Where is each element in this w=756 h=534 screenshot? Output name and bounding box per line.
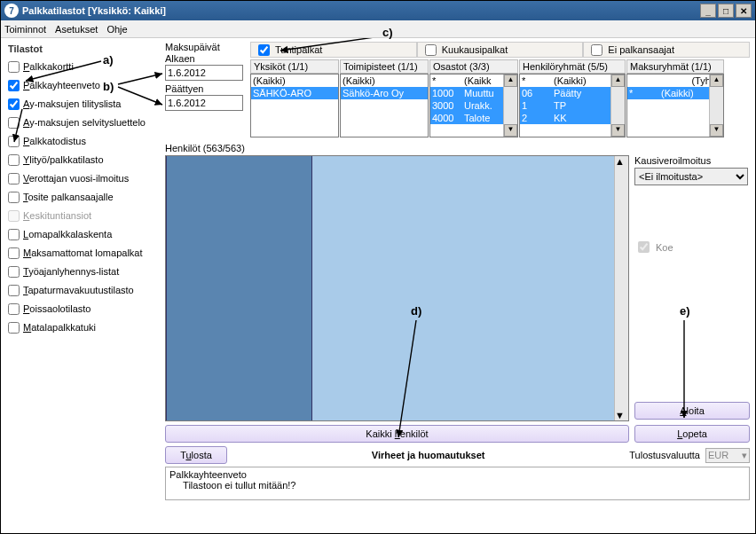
sidebar-label-0: Palkkakortti (23, 61, 74, 73)
sidebar-item-14[interactable]: Matalapalkkatuki (8, 322, 158, 334)
paattyen-input[interactable] (165, 95, 243, 111)
lopeta-button[interactable]: Lopeta (634, 425, 750, 443)
minimize-button[interactable]: _ (700, 4, 716, 18)
sidebar-item-10[interactable]: Maksamattomat lomapalkat (8, 247, 158, 259)
filter-toimipisteet[interactable]: Toimipisteet (1/1) (Kaikki) Sähkö-Aro Oy (340, 59, 429, 137)
koe-checkbox (638, 241, 650, 253)
henkilot-canvas[interactable]: ▲ ▼ (165, 155, 629, 421)
alkaen-input[interactable] (165, 65, 243, 81)
sidebar-item-6[interactable]: Verottajan vuosi-ilmoitus (8, 173, 158, 185)
scroll-down-icon[interactable]: ▼ (710, 124, 723, 137)
sidebar-label-11: Työajanlyhennys-listat (23, 266, 119, 278)
sidebar-checkbox-12[interactable] (8, 285, 20, 296)
sidebar-checkbox-14[interactable] (8, 322, 20, 334)
sidebar-item-13[interactable]: Poissaolotilasto (8, 303, 158, 315)
scroll-up-icon[interactable]: ▲ (611, 75, 625, 87)
scroll-up-icon[interactable]: ▲ (710, 75, 723, 87)
chevron-down-icon: ▾ (742, 450, 747, 461)
sidebar-item-12[interactable]: Tapaturmavakuutustilasto (8, 285, 158, 296)
tuntipalkat-checkbox[interactable] (258, 44, 270, 56)
sidebar-checkbox-0[interactable] (8, 61, 20, 73)
sidebar-checkbox-3[interactable] (8, 117, 20, 129)
filter-kuukausipalkat[interactable]: Kuukausipalkat (417, 42, 584, 58)
tulostusvaluutta-label: Tulostusvaluutta (629, 450, 700, 460)
sidebar-label-12: Tapaturmavakuutustilasto (23, 285, 134, 296)
sidebar: Tilastot PalkkakorttiPalkkayhteenvetoAy-… (1, 38, 165, 533)
sidebar-item-9[interactable]: Lomapalkkalaskenta (8, 229, 158, 240)
menubar: Toiminnot Asetukset Ohje (1, 20, 755, 38)
sidebar-label-6: Verottajan vuosi-ilmoitus (23, 173, 129, 185)
sidebar-checkbox-10[interactable] (8, 247, 20, 259)
sidebar-label-14: Matalapalkkatuki (23, 322, 96, 334)
sidebar-item-0[interactable]: Palkkakortti (8, 61, 158, 73)
filter-maksuryhmat[interactable]: Maksuryhmät (1/1) (Tyhjä) *(Kaikki) ▲▼ (626, 59, 724, 137)
henkilot-title: Henkilöt (563/563) (165, 143, 629, 153)
selection-box (166, 156, 312, 421)
paattyen-label: Päättyen (165, 83, 245, 94)
errors-heading: Virheet ja huomautukset (232, 450, 624, 460)
maximize-button[interactable]: □ (718, 4, 734, 18)
scroll-up-icon[interactable]: ▲ (615, 156, 628, 167)
sidebar-checkbox-9[interactable] (8, 229, 20, 240)
app-icon: 7 (4, 4, 19, 18)
kausi-select[interactable]: <Ei ilmoitusta> (634, 168, 748, 185)
message-box: Palkkayhteenveto Tilastoon ei tullut mit… (165, 467, 750, 500)
sidebar-checkbox-6[interactable] (8, 173, 20, 185)
sidebar-checkbox-1[interactable] (8, 80, 20, 91)
kaikki-henkilot-button[interactable]: Kaikki henkilöt (165, 425, 629, 443)
sidebar-label-2: Ay-maksujen tilityslista (23, 98, 121, 110)
sidebar-item-1[interactable]: Palkkayhteenveto (8, 80, 158, 91)
alkaen-label: Alkaen (165, 53, 245, 64)
scroll-down-icon[interactable]: ▼ (504, 124, 517, 137)
filter-tuntipalkat[interactable]: Tuntipalkat (250, 42, 417, 58)
sidebar-item-4[interactable]: Palkkatodistus (8, 136, 158, 147)
currency-box[interactable]: EUR▾ (705, 448, 750, 463)
sidebar-label-5: Ylityö/palkkatilasto (23, 154, 104, 166)
filter-henkiloryhmat[interactable]: Henkilöryhmät (5/5) *(Kaikki) 06Päätty 1… (519, 59, 626, 137)
sidebar-label-4: Palkkatodistus (23, 136, 86, 147)
filter-osastot[interactable]: Osastot (3/3) *(Kaikk 1000Muuttu 3000Ura… (429, 59, 518, 137)
filter-ei-palkansaajat[interactable]: Ei palkansaajat (583, 42, 750, 58)
sidebar-checkbox-4[interactable] (8, 136, 20, 147)
window-title: Palkkatilastot [Yksikkö: Kaikki] (22, 5, 700, 16)
sidebar-label-13: Poissaolotilasto (23, 303, 91, 315)
tulosta-button[interactable]: Tulosta (165, 446, 227, 464)
menu-asetukset[interactable]: Asetukset (55, 24, 98, 35)
sidebar-label-7: Tosite palkansaajalle (23, 192, 114, 203)
scroll-up-icon[interactable]: ▲ (504, 75, 517, 87)
sidebar-checkbox-13[interactable] (8, 303, 20, 315)
sidebar-item-7[interactable]: Tosite palkansaajalle (8, 192, 158, 203)
scroll-down-icon[interactable]: ▼ (611, 124, 625, 137)
sidebar-item-5[interactable]: Ylityö/palkkatilasto (8, 154, 158, 166)
filter-yksikot[interactable]: Yksiköt (1/1) (Kaikki) SÄHKÖ-ARO (250, 59, 339, 137)
sidebar-item-2[interactable]: Ay-maksujen tilityslista (8, 98, 158, 110)
ei-palkansaajat-checkbox[interactable] (591, 44, 602, 56)
date-range: Maksupäivät Alkaen Päättyen (165, 42, 245, 137)
sidebar-label-9: Lomapalkkalaskenta (23, 229, 112, 240)
sidebar-checkbox-5[interactable] (8, 154, 20, 166)
sidebar-item-8[interactable]: Keskituntiansiot (8, 210, 158, 222)
sidebar-checkbox-2[interactable] (8, 98, 20, 110)
sidebar-checkbox-8 (8, 210, 20, 222)
sidebar-checkbox-11[interactable] (8, 266, 20, 278)
titlebar: 7 Palkkatilastot [Yksikkö: Kaikki] _ □ ✕ (1, 1, 755, 20)
menu-ohje[interactable]: Ohje (106, 24, 127, 35)
sidebar-label-1: Palkkayhteenveto (23, 80, 100, 91)
kausi-label: Kausiveroilmoitus (634, 155, 750, 166)
date-header: Maksupäivät (165, 42, 245, 52)
close-button[interactable]: ✕ (736, 4, 752, 18)
sidebar-item-11[interactable]: Työajanlyhennys-listat (8, 266, 158, 278)
kuukausipalkat-checkbox[interactable] (425, 44, 437, 56)
sidebar-heading: Tilastot (8, 43, 158, 54)
sidebar-label-3: Ay-maksujen selvitysluettelo (23, 117, 146, 129)
sidebar-item-3[interactable]: Ay-maksujen selvitysluettelo (8, 117, 158, 129)
scroll-down-icon[interactable]: ▼ (615, 410, 628, 420)
koe-label: Koe (656, 242, 673, 253)
sidebar-checkbox-7[interactable] (8, 192, 20, 203)
aloita-button[interactable]: Aloita (634, 402, 750, 420)
sidebar-label-10: Maksamattomat lomapalkat (23, 247, 143, 259)
sidebar-label-8: Keskituntiansiot (23, 210, 91, 222)
menu-toiminnot[interactable]: Toiminnot (4, 24, 46, 35)
